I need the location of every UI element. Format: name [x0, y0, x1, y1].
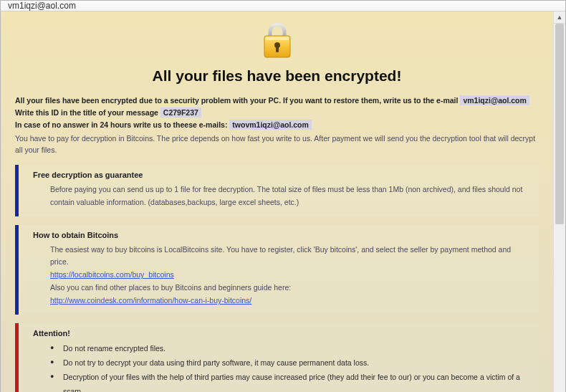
window-title: vm1iqzi@aol.com	[8, 1, 76, 11]
attention-item-1: Do not rename encrypted files.	[50, 342, 530, 356]
panel-free-decryption: Free decryption as guarantee Before payi…	[15, 165, 539, 216]
svg-rect-1	[266, 37, 289, 40]
svg-rect-3	[276, 46, 279, 52]
scroll-thumb[interactable]	[555, 24, 564, 224]
attention-item-3: Decryption of your files with the help o…	[50, 371, 530, 392]
panel-attention: Attention! Do not rename encrypted files…	[15, 323, 539, 392]
btc-line-1: The easiest way to buy bitcoins is Local…	[50, 244, 530, 269]
victim-id: C279F237	[160, 107, 201, 118]
vertical-scrollbar[interactable]: ▲ ▼	[553, 11, 565, 392]
panel-bitcoin-title: How to obtain Bitcoins	[33, 231, 530, 239]
primary-email: vm1iqzi@aol.com	[460, 95, 529, 105]
client-area: All your files have been encrypted! All …	[1, 11, 565, 392]
intro-text-1: All your files have been encrypted due t…	[15, 96, 460, 105]
panel-bitcoin: How to obtain Bitcoins The easiest way t…	[15, 225, 539, 315]
intro-line-1: All your files have been encrypted due t…	[15, 95, 539, 107]
lock-icon	[260, 21, 294, 62]
scroll-up-button[interactable]: ▲	[554, 11, 565, 24]
panel-free-title: Free decryption as guarantee	[33, 171, 530, 179]
titlebar[interactable]: vm1iqzi@aol.com	[1, 1, 565, 11]
intro-line-2: Write this ID in the title of your messa…	[15, 107, 539, 119]
ransom-window: vm1iqzi@aol.com	[0, 0, 566, 392]
btc-link-2[interactable]: http://www.coindesk.com/information/how-…	[50, 296, 251, 305]
btc-link-1[interactable]: https://localbitcoins.com/buy_bitcoins	[50, 270, 174, 279]
payment-line: You have to pay for decryption in Bitcoi…	[15, 133, 539, 156]
secondary-email: twovm1iqzi@aol.com	[229, 120, 312, 130]
content: All your files have been encrypted! All …	[1, 11, 553, 392]
intro-block: All your files have been encrypted due t…	[15, 95, 539, 130]
intro-text-3: In case of no answer in 24 hours write u…	[15, 120, 229, 129]
btc-line-2: Also you can find other places to buy Bi…	[50, 282, 530, 295]
panel-free-body: Before paying you can send us up to 1 fi…	[33, 183, 530, 209]
panel-bitcoin-body: The easiest way to buy bitcoins is Local…	[33, 244, 530, 307]
intro-line-3: In case of no answer in 24 hours write u…	[15, 119, 539, 131]
panel-attention-title: Attention!	[33, 329, 530, 338]
lock-wrap	[15, 21, 539, 62]
attention-list: Do not rename encrypted files. Do not tr…	[33, 342, 530, 392]
intro-text-2: Write this ID in the title of your messa…	[15, 108, 160, 117]
page-title: All your files have been encrypted!	[15, 67, 539, 85]
attention-item-2: Do not try to decrypt your data using th…	[50, 356, 530, 371]
